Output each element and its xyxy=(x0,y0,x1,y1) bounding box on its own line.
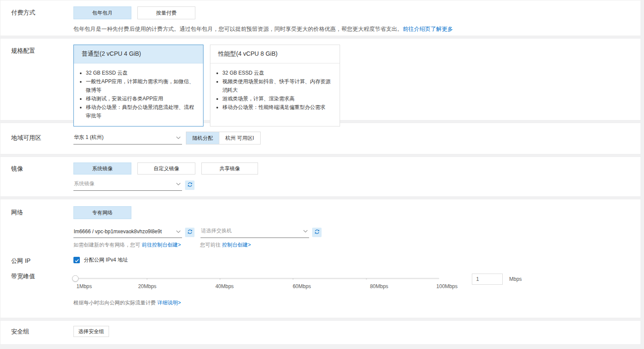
spec-bullet: 32 GB ESSD 云盘 xyxy=(86,69,199,77)
spec-section: 规格配置 普通型(2 vCPU 4 GiB) 32 GB ESSD 云盘 一般性… xyxy=(0,38,641,120)
spec-bullet: 游戏类场景，计算、渲染需求高 xyxy=(222,94,335,103)
prepaid-button[interactable]: 包年包月 xyxy=(73,6,131,19)
slider-tick-label: 100Mbps xyxy=(436,283,457,289)
slider-tick xyxy=(219,278,221,280)
vpc-helper-prefix: 如需创建新的专有网络，您可 xyxy=(73,242,140,248)
bandwidth-slider-track[interactable] xyxy=(73,278,439,279)
region-select[interactable]: 华东 1 (杭州) xyxy=(73,132,182,144)
image-refresh-button[interactable] xyxy=(185,181,194,190)
public-ip-label: 公网 IP xyxy=(0,256,73,265)
spec-card-performance[interactable]: 性能型(4 vCPU 8 GiB) 32 GB ESSD 云盘 视频类使用场景如… xyxy=(210,45,340,126)
bandwidth-label: 带宽峰值 xyxy=(0,273,73,280)
payment-section: 付费方式 包年包月 按量付费 包年包月是一种先付费后使用的计费方式。通过包年包月… xyxy=(0,0,641,36)
vswitch-select-placeholder: 请选择交换机 xyxy=(201,227,232,235)
bandwidth-slider: 1Mbps 20Mbps 40Mbps 60Mbps 80Mbps 100Mbp… xyxy=(73,274,439,294)
image-label: 镜像 xyxy=(0,162,73,173)
select-security-group-button[interactable]: 选择安全组 xyxy=(73,326,109,337)
network-section: 网络 专有网络 lm6666 / vpc-bp1mxevaok8vhzo9l8e… xyxy=(0,199,641,318)
region-select-value: 华东 1 (杭州) xyxy=(74,134,103,141)
vswitch-create-link[interactable]: 控制台创建> xyxy=(222,242,251,248)
slider-tick-label: 20Mbps xyxy=(138,283,157,289)
region-label: 地域可用区 xyxy=(0,132,73,142)
zone-random-button[interactable]: 随机分配 xyxy=(186,132,219,144)
vswitch-helper-prefix: 您可前往 xyxy=(200,242,221,248)
system-image-tab[interactable]: 系统镜像 xyxy=(73,162,131,174)
bandwidth-note: 根据每小时出向公网的实际流量计费 详细说明> xyxy=(73,299,181,307)
payment-label: 付费方式 xyxy=(0,6,73,17)
vswitch-select[interactable]: 请选择交换机 xyxy=(200,225,309,238)
spec-card-body: 32 GB ESSD 云盘 一般性APP应用，计算能力需求均衡，如微信、微博等 … xyxy=(74,63,203,126)
zone-hangzhou-button[interactable]: 杭州 可用区I xyxy=(219,132,260,144)
spec-bullet: 移动办公场景：性能终端满足偏重型办公需求 xyxy=(222,103,335,111)
spec-card-body: 32 GB ESSD 云盘 视频类使用场景如抖音、快手等计算、内存资源消耗大 游… xyxy=(210,63,340,117)
spec-bullet: 视频类使用场景如抖音、快手等计算、内存资源消耗大 xyxy=(222,77,335,94)
refresh-icon xyxy=(187,181,193,189)
image-select[interactable]: 系统镜像 xyxy=(73,178,182,191)
spec-card-title: 性能型(4 vCPU 8 GiB) xyxy=(210,45,340,63)
refresh-icon xyxy=(314,229,320,236)
shared-image-tab[interactable]: 共享镜像 xyxy=(201,162,258,174)
spec-cards: 普通型(2 vCPU 4 GiB) 32 GB ESSD 云盘 一般性APP应用… xyxy=(73,45,346,134)
slider-tick xyxy=(292,278,294,280)
zone-segmented-control: 随机分配 杭州 可用区I xyxy=(186,132,261,144)
vswitch-helper-text: 您可前往 控制台创建> xyxy=(200,241,251,249)
chevron-down-icon xyxy=(303,228,308,234)
slider-tick-label: 80Mbps xyxy=(370,283,389,289)
slider-tick-label: 40Mbps xyxy=(216,283,234,289)
chevron-down-icon xyxy=(176,181,181,187)
checkmark-icon xyxy=(75,256,79,264)
security-group-section: 安全组 选择安全组 xyxy=(0,320,641,345)
spec-label: 规格配置 xyxy=(0,45,73,55)
vpc-helper-text: 如需创建新的专有网络，您可 前往控制台创建> xyxy=(73,241,200,249)
image-content: 系统镜像 自定义镜像 共享镜像 系统镜像 xyxy=(73,162,264,191)
network-label: 网络 xyxy=(0,206,73,217)
slider-tick xyxy=(146,278,148,280)
vpc-select[interactable]: lm6666 / vpc-bp1mxevaok8vhzo9l8e9t xyxy=(73,226,182,238)
spec-bullet: 移动办公场景：典型办公场景消息流处理、流程审批等 xyxy=(86,103,199,120)
slider-tick-label: 60Mbps xyxy=(293,283,311,289)
public-ipv4-checkbox[interactable] xyxy=(73,257,80,263)
vpc-type-button[interactable]: 专有网络 xyxy=(73,206,131,219)
image-section: 镜像 系统镜像 自定义镜像 共享镜像 系统镜像 xyxy=(0,156,641,197)
public-ipv4-checkbox-label: 分配公网 IPv4 地址 xyxy=(84,256,128,264)
bandwidth-input[interactable] xyxy=(472,274,503,285)
vswitch-refresh-button[interactable] xyxy=(312,228,322,237)
spec-bullet: 移动测试，安装运行各类APP应用 xyxy=(86,94,199,103)
spec-card-title: 普通型(2 vCPU 4 GiB) xyxy=(74,45,203,63)
slider-tick xyxy=(366,278,367,280)
spacer xyxy=(0,299,73,302)
slider-tick-label: 1Mbps xyxy=(76,283,92,289)
bandwidth-detail-link[interactable]: 详细说明> xyxy=(157,300,181,306)
security-group-label: 安全组 xyxy=(0,326,73,336)
refresh-icon xyxy=(187,229,193,236)
vpc-select-value: lm6666 / vpc-bp1mxevaok8vhzo9l8e9t xyxy=(74,229,162,235)
payment-description: 包年包月是一种先付费后使用的计费方式。通过包年包月，您可以提前预留资源，同时享受… xyxy=(73,25,453,33)
chevron-down-icon xyxy=(176,229,181,235)
spec-card-normal[interactable]: 普通型(2 vCPU 4 GiB) 32 GB ESSD 云盘 一般性APP应用… xyxy=(73,45,204,126)
payment-description-text: 包年包月是一种先付费后使用的计费方式。通过包年包月，您可以提前预留资源，同时享受… xyxy=(73,26,403,32)
bandwidth-slider-handle[interactable] xyxy=(72,275,79,282)
spec-bullet: 32 GB ESSD 云盘 xyxy=(222,69,335,77)
postpaid-button[interactable]: 按量付费 xyxy=(137,6,195,19)
payment-options: 包年包月 按量付费 包年包月是一种先付费后使用的计费方式。通过包年包月，您可以提… xyxy=(73,6,453,33)
bandwidth-unit-label: Mbps xyxy=(509,276,522,282)
spec-bullet: 一般性APP应用，计算能力需求均衡，如微信、微博等 xyxy=(86,77,199,94)
vpc-create-link[interactable]: 前往控制台创建> xyxy=(142,242,181,248)
payment-learn-more-link[interactable]: 前往介绍页了解更多 xyxy=(403,26,453,32)
custom-image-tab[interactable]: 自定义镜像 xyxy=(137,162,195,174)
chevron-down-icon xyxy=(176,135,181,141)
vpc-refresh-button[interactable] xyxy=(185,228,194,237)
spacer xyxy=(0,225,73,228)
image-select-placeholder: 系统镜像 xyxy=(74,180,94,187)
bandwidth-note-text: 根据每小时出向公网的实际流量计费 xyxy=(73,300,156,306)
